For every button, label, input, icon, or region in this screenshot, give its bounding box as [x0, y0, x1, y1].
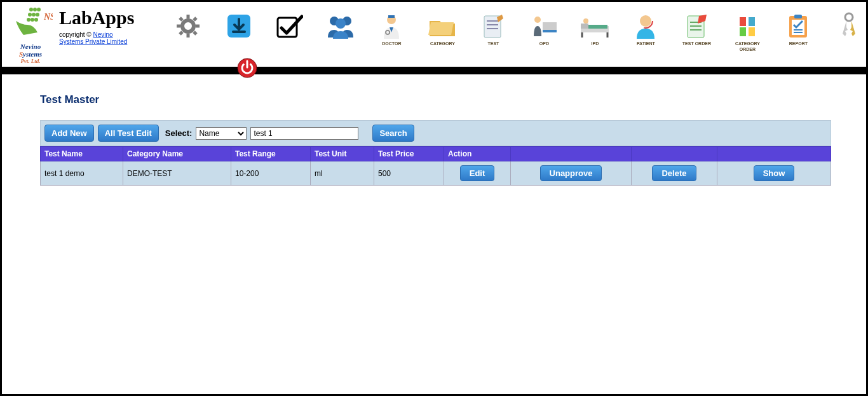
cell-show: Show: [717, 161, 831, 186]
col-blank3: [717, 147, 831, 161]
report-icon: [785, 12, 811, 40]
nav-settings[interactable]: [172, 12, 204, 41]
svg-point-10: [182, 20, 194, 32]
nav-doctor[interactable]: DOCTOR: [376, 12, 407, 46]
test-table: Test Name Category Name Test Range Test …: [40, 146, 831, 186]
svg-rect-25: [388, 15, 395, 18]
nav-download[interactable]: [223, 12, 255, 41]
nav-categoryorder[interactable]: CATEGORY ORDER: [731, 12, 763, 52]
nav-opd[interactable]: OPD: [528, 12, 560, 46]
svg-point-4: [32, 13, 36, 17]
col-category-name: Category Name: [123, 147, 231, 161]
svg-point-36: [583, 18, 588, 24]
col-test-name: Test Name: [41, 147, 123, 161]
col-test-price: Test Price: [374, 147, 444, 161]
svg-point-0: [29, 8, 33, 11]
svg-rect-32: [543, 22, 557, 31]
show-button[interactable]: Show: [754, 165, 795, 181]
svg-rect-33: [543, 30, 557, 32]
svg-rect-52: [794, 15, 802, 18]
select-label: Select:: [165, 128, 193, 138]
col-test-range: Test Range: [231, 147, 311, 161]
cell-test-name: test 1 demo: [41, 161, 123, 186]
table-row: test 1 demo DEMO-TEST 10-200 ml 500 Edit…: [41, 161, 831, 186]
svg-point-3: [28, 13, 32, 17]
select-field-dropdown[interactable]: Name: [196, 127, 247, 140]
company-logo: NS Nevino Systems Pvt. Ltd.: [8, 6, 53, 64]
svg-line-15: [180, 18, 182, 20]
svg-point-31: [534, 17, 541, 23]
categoryorder-icon: [735, 12, 760, 40]
test-icon: [480, 12, 506, 40]
svg-rect-49: [749, 27, 755, 36]
col-blank1: [511, 147, 632, 161]
svg-line-17: [194, 18, 196, 20]
cell-category: DEMO-TEST: [123, 161, 231, 186]
svg-point-55: [845, 13, 853, 21]
col-test-unit: Test Unit: [311, 147, 374, 161]
toolbar: Add New All Test Edit Select: Name Searc…: [40, 120, 831, 146]
opd-icon: [530, 12, 558, 40]
cell-delete: Delete: [632, 161, 717, 186]
nav-patient[interactable]: PATIENT: [630, 12, 661, 46]
download-icon: [227, 12, 251, 40]
app-title: LabApps: [59, 6, 134, 29]
page-title: Test Master: [40, 93, 831, 106]
separator-bar: [2, 67, 866, 74]
svg-line-16: [194, 32, 196, 34]
svg-point-5: [36, 13, 39, 17]
search-input[interactable]: [250, 127, 358, 140]
doctor-icon: [379, 12, 404, 40]
check-icon: [276, 12, 303, 40]
svg-point-2: [37, 8, 41, 11]
delete-button[interactable]: Delete: [652, 165, 696, 181]
svg-point-8: [34, 18, 38, 22]
svg-text:NS: NS: [43, 12, 53, 22]
search-button[interactable]: Search: [372, 125, 414, 142]
svg-rect-47: [749, 17, 755, 26]
svg-rect-37: [588, 25, 607, 29]
svg-rect-46: [740, 17, 746, 26]
nav-ipd[interactable]: IPD: [579, 12, 611, 46]
nav-report[interactable]: REPORT: [782, 12, 814, 46]
patient-icon: [633, 12, 658, 40]
copyright: copyright © Nevino Systems Private Limit…: [59, 31, 134, 45]
nav-testorder[interactable]: TEST ORDER: [681, 12, 712, 46]
testorder-icon: [684, 12, 709, 40]
cell-unapprove: Unapprove: [511, 161, 632, 186]
keys-icon: [836, 12, 862, 40]
unapprove-button[interactable]: Unapprove: [540, 165, 602, 181]
svg-point-7: [31, 18, 34, 22]
category-icon: [428, 12, 456, 40]
nav-category[interactable]: CATEGORY: [426, 12, 458, 46]
edit-button[interactable]: Edit: [460, 165, 495, 181]
cell-edit: Edit: [444, 161, 511, 186]
svg-point-23: [336, 18, 346, 29]
ipd-icon: [580, 12, 610, 40]
nav-people[interactable]: [325, 12, 356, 41]
nav-check[interactable]: [274, 12, 306, 41]
cell-unit: ml: [311, 161, 374, 186]
col-blank2: [632, 147, 717, 161]
cell-range: 10-200: [231, 161, 311, 186]
settings-icon: [175, 12, 201, 40]
svg-line-18: [180, 32, 182, 34]
top-nav: DOCTOR CATEGORY TEST OPD: [172, 6, 865, 52]
svg-rect-48: [740, 27, 746, 36]
svg-rect-35: [581, 24, 588, 29]
cell-price: 500: [374, 161, 444, 186]
svg-point-40: [640, 15, 651, 27]
people-icon: [327, 12, 355, 40]
add-new-button[interactable]: Add New: [44, 125, 94, 142]
all-test-edit-button[interactable]: All Test Edit: [98, 125, 159, 142]
logo-icon: NS: [8, 6, 53, 41]
svg-point-6: [27, 18, 31, 22]
col-action: Action: [444, 147, 511, 161]
nav-keys[interactable]: [833, 12, 865, 41]
svg-point-1: [33, 8, 37, 11]
nav-test[interactable]: TEST: [477, 12, 509, 46]
power-button[interactable]: [237, 58, 257, 81]
